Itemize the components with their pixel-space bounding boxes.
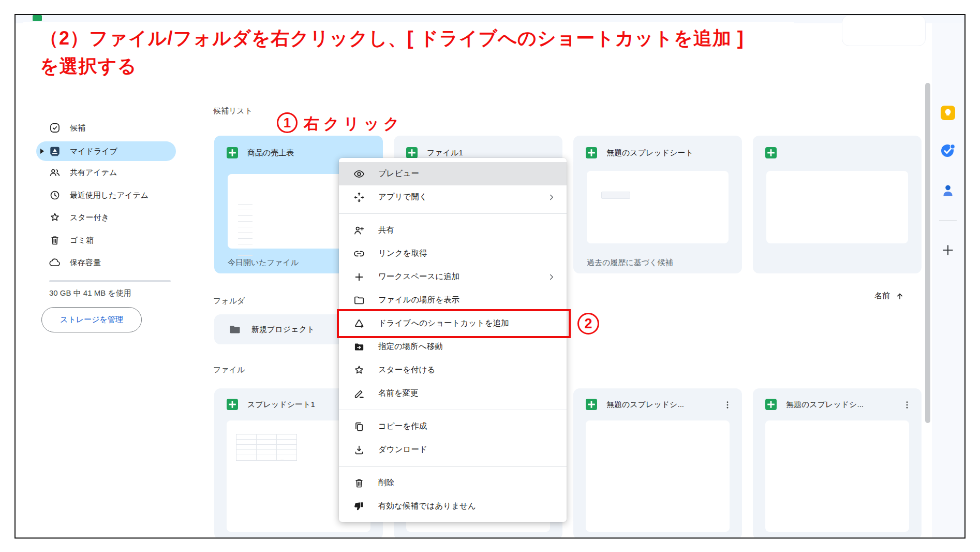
sheets-file-icon bbox=[406, 147, 418, 158]
sidebar-item-label: 保存容量 bbox=[70, 258, 101, 268]
sidebar-item-my-drive[interactable]: マイドライブ bbox=[36, 141, 176, 161]
side-panel-rail bbox=[932, 23, 964, 539]
menu-item-delete[interactable]: 削除 bbox=[339, 471, 567, 495]
menu-item-label: プレビュー bbox=[378, 168, 419, 179]
sidebar-item-label: スター付き bbox=[70, 213, 109, 223]
sidebar-item-storage[interactable]: 保存容量 bbox=[36, 253, 176, 272]
rail-divider bbox=[939, 220, 957, 221]
menu-item-label: 指定の場所へ移動 bbox=[378, 341, 443, 352]
star-icon bbox=[49, 212, 61, 223]
sidebar-item-trash[interactable]: ゴミ箱 bbox=[36, 230, 176, 250]
file-card-untitled-a[interactable]: 無題のスプレッドシ... bbox=[573, 388, 742, 539]
delete-icon bbox=[353, 477, 365, 489]
manage-storage-button[interactable]: ストレージを管理 bbox=[41, 307, 142, 332]
thumbs-down-icon bbox=[353, 501, 365, 512]
menu-item-label: 名前を変更 bbox=[378, 388, 419, 399]
keep-icon[interactable] bbox=[940, 105, 956, 121]
hidden-sheets-tab bbox=[33, 15, 42, 21]
sort-ascending-icon bbox=[895, 292, 904, 301]
svg-text:...: ... bbox=[280, 456, 284, 460]
cloud-icon bbox=[49, 257, 61, 268]
menu-item-download[interactable]: ダウンロード bbox=[339, 438, 567, 461]
open-with-icon bbox=[353, 192, 365, 203]
suggested-list-header: 候補リスト bbox=[213, 106, 253, 116]
menu-divider bbox=[339, 213, 567, 214]
people-icon bbox=[49, 167, 61, 178]
file-card-untitled-4[interactable] bbox=[753, 136, 922, 273]
menu-item-rename[interactable]: 名前を変更 bbox=[339, 382, 567, 405]
trash-icon bbox=[49, 235, 61, 246]
menu-item-preview[interactable]: プレビュー bbox=[339, 162, 567, 185]
file-card-title: スプレッドシート1 bbox=[247, 400, 315, 410]
sidebar-item-shared[interactable]: 共有アイテム bbox=[36, 163, 176, 182]
more-options-icon[interactable] bbox=[721, 398, 734, 412]
sidebar-item-label: ゴミ箱 bbox=[70, 236, 94, 245]
storage-progress-bar bbox=[49, 280, 171, 282]
more-options-icon[interactable] bbox=[901, 398, 913, 412]
menu-item-get-link[interactable]: リンクを取得 bbox=[339, 242, 567, 265]
top-right-panel bbox=[842, 15, 926, 46]
thumbnail-rows bbox=[238, 204, 253, 263]
my-drive-icon bbox=[49, 146, 61, 157]
menu-item-show-file-location[interactable]: ファイルの場所を表示 bbox=[339, 288, 567, 312]
sidebar-item-label: 最近使用したアイテム bbox=[70, 191, 149, 200]
file-card-reason: 過去の履歴に基づく候補 bbox=[587, 258, 673, 268]
expand-caret-icon[interactable] bbox=[40, 149, 44, 154]
annotation-title-line1: （2）ファイル/フォルダを右クリックし、[ ドライブへのショートカットを追加 ] bbox=[40, 26, 744, 51]
thumbnail-cell bbox=[601, 192, 630, 199]
menu-item-not-helpful[interactable]: 有効な候補ではありません bbox=[339, 495, 567, 518]
menu-item-add-to-workspace[interactable]: ワークスペースに追加 bbox=[339, 265, 567, 288]
submenu-chevron-icon bbox=[547, 272, 556, 282]
menu-item-label: 有効な候補ではありません bbox=[378, 501, 476, 512]
file-card-title: 商品の売上表 bbox=[247, 148, 294, 158]
file-card-untitled-b[interactable]: 無題のスプレッドシ... bbox=[753, 388, 922, 539]
folder-icon bbox=[229, 323, 241, 336]
download-icon bbox=[353, 444, 365, 456]
menu-item-label: スターを付ける bbox=[378, 365, 435, 375]
menu-item-label: ダウンロード bbox=[378, 444, 427, 455]
sheets-file-icon bbox=[227, 147, 238, 158]
menu-divider bbox=[339, 410, 567, 410]
menu-item-open-with[interactable]: アプリで開く bbox=[339, 185, 567, 209]
menu-item-label: コピーを作成 bbox=[378, 421, 427, 432]
sidebar-item-starred[interactable]: スター付き bbox=[36, 208, 176, 227]
menu-item-label: ファイルの場所を表示 bbox=[378, 295, 459, 306]
contacts-icon[interactable] bbox=[940, 183, 956, 198]
menu-item-add-star[interactable]: スターを付ける bbox=[339, 358, 567, 382]
sort-control[interactable]: 名前 bbox=[874, 291, 904, 301]
menu-item-share[interactable]: 共有 bbox=[339, 219, 567, 242]
file-thumbnail bbox=[587, 171, 729, 243]
person-add-icon bbox=[353, 225, 365, 236]
rename-icon bbox=[353, 388, 365, 399]
menu-item-label: 削除 bbox=[378, 477, 394, 488]
menu-item-label: 共有 bbox=[378, 225, 394, 236]
star-icon bbox=[353, 365, 365, 376]
clock-icon bbox=[49, 190, 61, 201]
file-card-untitled-spreadsheet[interactable]: 無題のスプレッドシート 過去の履歴に基づく候補 bbox=[573, 136, 742, 273]
menu-item-make-copy[interactable]: コピーを作成 bbox=[339, 415, 567, 438]
files-header: ファイル bbox=[213, 365, 245, 375]
storage-usage-text: 30 GB 中 41 MB を使用 bbox=[49, 288, 131, 298]
sidebar-item-label: 共有アイテム bbox=[70, 168, 117, 178]
approval-icon bbox=[49, 122, 61, 134]
folder-icon bbox=[353, 295, 365, 306]
sidebar-item-suggested[interactable]: 候補 bbox=[36, 118, 176, 138]
copy-icon bbox=[353, 421, 365, 432]
file-thumbnail bbox=[765, 420, 909, 532]
sheets-file-icon bbox=[765, 399, 777, 410]
file-card-title: 無題のスプレッドシ... bbox=[606, 400, 684, 410]
sidebar-item-label: 候補 bbox=[70, 123, 85, 133]
drive-window: （2）ファイル/フォルダを右クリックし、[ ドライブへのショートカットを追加 ]… bbox=[14, 14, 966, 539]
thumbnail-mini-table: ... bbox=[236, 434, 297, 461]
folder-name: 新規プロジェクト bbox=[251, 325, 315, 335]
sheets-file-icon bbox=[586, 147, 597, 158]
tasks-icon[interactable] bbox=[940, 142, 956, 158]
menu-item-move-to[interactable]: 指定の場所へ移動 bbox=[339, 335, 567, 358]
sidebar-item-recent[interactable]: 最近使用したアイテム bbox=[36, 185, 176, 205]
file-card-title: ファイル1 bbox=[427, 148, 463, 158]
side-panel-add-icon[interactable] bbox=[941, 243, 955, 257]
file-card-title: 無題のスプレッドシ... bbox=[786, 400, 864, 410]
folder-move-icon bbox=[353, 341, 365, 353]
scrollbar-thumb[interactable] bbox=[925, 83, 930, 423]
annotation-step1-circle: 1 bbox=[277, 112, 298, 133]
